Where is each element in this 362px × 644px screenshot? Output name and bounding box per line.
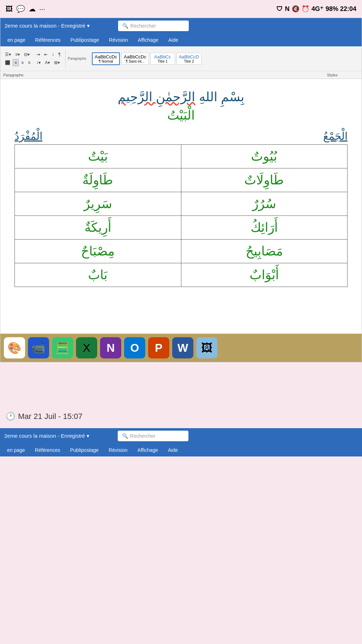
multilevel-list-btn[interactable]: ⊟▾ <box>22 51 31 58</box>
taskbar: 🎨 📹 🧮 X N O P W 🖼 <box>0 334 362 362</box>
status-bar: 🖼 💬 ☁ ··· 🛡 N 🔇 ⏰ 4G⁺ 98% 22:04 <box>0 0 362 18</box>
line-spacing-btn[interactable]: ↕▾ <box>35 59 42 66</box>
word-app: 2eme cours la maison - Enregistré ▾ 🔍 Re… <box>0 18 362 362</box>
plural-cell: سُرُرٌ <box>181 192 348 216</box>
status-right: 🛡 N 🔇 ⏰ 4G⁺ 98% 22:04 <box>276 5 356 13</box>
document-title-arabic: الْبَيْتُ <box>167 108 195 123</box>
status-left-icons: 🖼 💬 ☁ ··· <box>6 5 45 13</box>
toolbar-footer: Paragraphe Styles <box>0 71 362 79</box>
alarm-icon: ⏰ <box>302 5 309 13</box>
menu-references[interactable]: Références <box>31 36 65 44</box>
singular-cell: مِصْبَاحٌ <box>15 240 181 263</box>
timestamp-bar: 🕐 Mar 21 Juil - 15:07 <box>0 405 362 428</box>
menu-publipostage[interactable]: Publipostage <box>66 36 103 44</box>
sort-btn[interactable]: ↕ <box>50 51 56 58</box>
clock-icon: 🕐 <box>6 412 15 421</box>
excel-icon[interactable]: X <box>76 337 97 358</box>
styles-section-label: Styles <box>327 73 338 77</box>
document-title: 2eme cours la maison - Enregistré ▾ <box>5 23 90 29</box>
bullet-list-btn[interactable]: ☰▾ <box>3 51 13 58</box>
singular-cell: أَرِيكَةٌ <box>15 216 181 240</box>
search-box[interactable]: 🔍 Rechercher <box>118 21 189 31</box>
align-left-btn[interactable]: ⬛ <box>3 59 12 66</box>
table-row: بُيُوتٌ بَيْتٌ <box>15 145 348 168</box>
bottom-menu-aide[interactable]: Aide <box>164 446 182 454</box>
calculator-icon[interactable]: 🧮 <box>52 337 73 358</box>
pink-gap-top <box>0 362 362 405</box>
image-icon: 🖼 <box>6 5 13 13</box>
bottom-search-box[interactable]: 🔍 Rechercher <box>118 431 188 441</box>
bottom-search-icon: 🔍 <box>122 433 128 439</box>
singular-cell: بَابٌ <box>15 263 181 287</box>
bottom-document-title: 2eme cours la maison - Enregistré ▾ <box>4 433 89 439</box>
plural-cell: مَصَابِيحُ <box>181 240 348 263</box>
align-justify-btn[interactable]: ≡ <box>26 59 32 66</box>
menu-revision[interactable]: Révision <box>105 36 132 44</box>
column-headers: الْجَمْعُ الْمُفْرَدُ <box>14 130 348 142</box>
singular-cell: بَيْتٌ <box>15 145 181 168</box>
onenote-icon[interactable]: N <box>100 337 121 358</box>
plural-cell: طَاوِلَاتٌ <box>181 168 348 192</box>
table-row: سُرُرٌ سَرِيرٌ <box>15 192 348 216</box>
shading-btn[interactable]: A▾ <box>43 59 52 66</box>
paint-icon[interactable]: 🎨 <box>4 337 25 358</box>
border-btn[interactable]: ⊞▾ <box>52 59 62 66</box>
mute-icon: 🔇 <box>292 5 299 13</box>
document-area: بِسْمِ اللهِ الرَّحمٰنِ الرَّحِيم الْبَي… <box>0 79 362 334</box>
style-sans-int[interactable]: AaBbCcDc ¶ Sans int... <box>121 53 149 65</box>
bismillah-text: بِسْمِ اللهِ الرَّحمٰنِ الرَّحِيم <box>118 90 244 104</box>
signal-icon: 4G⁺ <box>311 5 323 13</box>
indent-increase-btn[interactable]: ⇥ <box>35 51 42 58</box>
n-icon: N <box>285 5 290 13</box>
title-bar: 2eme cours la maison - Enregistré ▾ 🔍 Re… <box>0 18 362 34</box>
bottom-menu-references[interactable]: Références <box>31 446 65 454</box>
plural-cell: أَبْوَابٌ <box>181 263 348 287</box>
indent-decrease-btn[interactable]: ⇤ <box>42 51 49 58</box>
menu-en-page[interactable]: en page <box>3 36 30 44</box>
align-center-btn[interactable]: ≡ <box>13 59 19 66</box>
pink-gap-bottom <box>0 456 362 485</box>
search-icon: 🔍 <box>122 23 128 29</box>
word-app-bottom: 2eme cours la maison - Enregistré ▾ 🔍 Re… <box>0 428 362 456</box>
singular-cell: سَرِيرٌ <box>15 192 181 216</box>
menu-aide[interactable]: Aide <box>164 36 182 44</box>
table-row: أَبْوَابٌ بَابٌ <box>15 263 348 287</box>
bottom-search-placeholder: Rechercher <box>130 433 156 439</box>
battery-percent: 98% 22:04 <box>326 5 356 13</box>
bottom-menu-en-page[interactable]: en page <box>3 446 29 454</box>
style-titre1[interactable]: AaBbCc Titre 1 <box>150 53 175 65</box>
outlook-icon[interactable]: O <box>124 337 145 358</box>
more-icon: ··· <box>39 5 45 13</box>
style-normal[interactable]: AaBbCcDc ¶ Normal <box>92 52 120 65</box>
search-placeholder: Rechercher <box>130 23 156 29</box>
cloud-icon: ☁ <box>29 5 36 13</box>
paragraph-label: Paragraphe <box>68 57 86 61</box>
bottom-menu-publipostage[interactable]: Publipostage <box>66 446 103 454</box>
zoom-icon[interactable]: 📹 <box>28 337 49 358</box>
toolbar-group-format: ☰▾ ≡▾ ⊟▾ ⬛ ≡ ≡ ≡ ⇥ ⇤ ↕ ¶ <box>3 50 66 68</box>
powerpoint-icon[interactable]: P <box>148 337 169 358</box>
bottom-menu-bar: en page Références Publipostage Révision… <box>0 444 362 456</box>
table-row: أَرَائِكُ أَرِيكَةٌ <box>15 216 348 240</box>
photos-icon[interactable]: 🖼 <box>196 337 217 358</box>
table-row: مَصَابِيحُ مِصْبَاحٌ <box>15 240 348 263</box>
menu-bar: en page Références Publipostage Révision… <box>0 34 362 46</box>
plural-cell: أَرَائِكُ <box>181 216 348 240</box>
align-right-btn[interactable]: ≡ <box>19 59 25 66</box>
bottom-title-bar: 2eme cours la maison - Enregistré ▾ 🔍 Re… <box>0 428 362 444</box>
word-icon[interactable]: W <box>172 337 193 358</box>
table-row: طَاوِلَاتٌ طَاوِلَةٌ <box>15 168 348 192</box>
bottom-menu-affichage[interactable]: Affichage <box>133 446 162 454</box>
menu-affichage[interactable]: Affichage <box>134 36 163 44</box>
vocabulary-table: بُيُوتٌ بَيْتٌ طَاوِلَاتٌ طَاوِلَةٌ سُرُ… <box>14 144 348 287</box>
plural-cell: بُيُوتٌ <box>181 145 348 168</box>
toolbar: ☰▾ ≡▾ ⊟▾ ⬛ ≡ ≡ ≡ ⇥ ⇤ ↕ ¶ <box>0 46 362 71</box>
numbered-list-btn[interactable]: ≡▾ <box>13 51 22 58</box>
toolbar-styles-group: AaBbCcDc ¶ Normal AaBbCcDc ¶ Sans int...… <box>92 50 204 68</box>
paragraph-mark-btn[interactable]: ¶ <box>57 51 62 58</box>
paragraph-section-label: Paragraphe <box>3 73 327 77</box>
singular-header: الْمُفْرَدُ <box>14 130 42 142</box>
style-titre2[interactable]: AaBbCcD Titre 2 <box>176 53 202 65</box>
whatsapp-icon: 💬 <box>16 5 25 13</box>
bottom-menu-revision[interactable]: Révision <box>104 446 132 454</box>
